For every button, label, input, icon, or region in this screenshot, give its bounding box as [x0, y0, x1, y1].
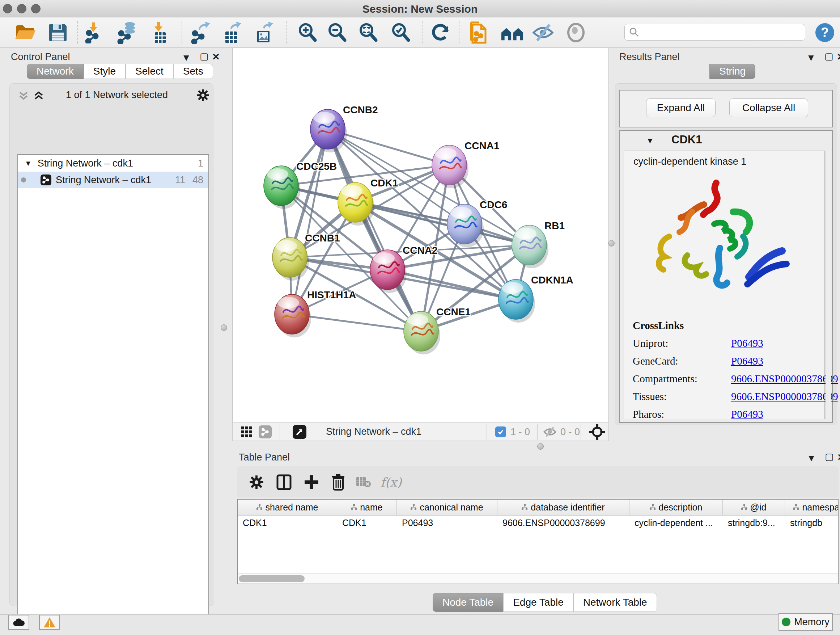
refresh-icon[interactable]	[429, 22, 452, 43]
create-column-plus-icon[interactable]	[302, 473, 322, 492]
column-header-description[interactable]: description	[630, 500, 723, 515]
zoom-in-icon[interactable]	[296, 22, 319, 43]
left-splitter-handle[interactable]	[221, 325, 227, 331]
search-box[interactable]	[624, 24, 805, 41]
panel-float-icon[interactable]: ▢	[824, 51, 834, 62]
export-table-icon[interactable]	[221, 22, 244, 43]
network-row-selected[interactable]: String Network – cdk1 11 48	[18, 172, 208, 188]
cloud-button[interactable]	[8, 615, 29, 630]
export-image-icon[interactable]	[253, 22, 276, 43]
tab-sets[interactable]: Sets	[173, 64, 213, 79]
bottom-splitter-handle[interactable]	[537, 443, 544, 450]
table-cell[interactable]: 9606.ENSP00000378699	[497, 516, 630, 531]
selected-nodes-checkbox-icon[interactable]	[495, 426, 506, 437]
tab-style[interactable]: Style	[84, 64, 126, 79]
panel-float-icon[interactable]: ▢	[825, 451, 834, 462]
birdseye-grid-icon[interactable]	[240, 426, 252, 439]
column-header-shared-name[interactable]: shared name	[238, 500, 337, 515]
crosslink-label: Tissues:	[633, 391, 731, 402]
share-view-icon[interactable]	[259, 425, 272, 439]
import-network-from-file-icon[interactable]	[83, 22, 106, 43]
panel-menu-caret-icon[interactable]: ▼	[807, 453, 816, 464]
network-edge[interactable]	[328, 129, 421, 331]
panel-menu-caret-icon[interactable]: ▼	[182, 52, 191, 63]
expand-all-button[interactable]: Expand All	[646, 98, 715, 117]
panel-close-icon[interactable]: ✕	[837, 51, 840, 63]
zoom-out-icon[interactable]	[325, 22, 349, 43]
open-session-folder-icon[interactable]	[14, 22, 37, 43]
table-cell[interactable]: CDK1	[238, 516, 337, 531]
show-all-eye-icon[interactable]	[564, 22, 587, 43]
tree-expander-icon[interactable]: ▼	[25, 159, 32, 168]
hierarchy-icon	[351, 504, 357, 510]
zoom-fit-content-icon[interactable]	[357, 22, 380, 43]
crosshair-target-icon[interactable]	[589, 424, 605, 441]
network-edge[interactable]	[292, 129, 328, 314]
node-label-CCNA1: CCNA1	[464, 140, 499, 151]
tab-string[interactable]: String	[709, 64, 755, 79]
panel-close-icon[interactable]: ✕	[212, 51, 220, 63]
section-expander-icon[interactable]: ▼	[646, 136, 654, 146]
table-cell[interactable]: cyclin-dependent ...	[630, 516, 723, 531]
export-network-icon[interactable]	[189, 22, 213, 43]
network-options-gear-icon[interactable]	[196, 89, 210, 103]
panel-float-icon[interactable]: ▢	[200, 51, 209, 62]
panel-close-icon[interactable]: ✕	[837, 452, 840, 463]
control-panel-tabs: Network Style Select Sets	[27, 64, 213, 79]
import-network-from-database-icon[interactable]	[116, 22, 139, 43]
panel-menu-caret-icon[interactable]: ▼	[806, 52, 816, 63]
zoom-selected-icon[interactable]	[389, 22, 412, 43]
tab-select[interactable]: Select	[126, 64, 173, 79]
search-input[interactable]	[639, 27, 795, 38]
help-icon[interactable]: ?	[813, 22, 836, 43]
column-header-canonical-name[interactable]: canonical name	[397, 500, 497, 515]
table-cell[interactable]: CDK1	[337, 516, 397, 531]
table-row[interactable]: CDK1CDK1P064939606.ENSP00000378699cyclin…	[238, 516, 838, 531]
search-icon	[629, 27, 639, 37]
table-toolbar: f(x)	[237, 466, 838, 497]
collapse-all-chevrons-icon[interactable]	[18, 90, 29, 103]
scrollbar-thumb[interactable]	[239, 575, 305, 582]
tab-network[interactable]: Network	[27, 64, 84, 79]
warnings-button[interactable]	[39, 615, 60, 630]
clone-network-document-icon[interactable]	[469, 22, 492, 43]
network-canvas[interactable]: CCNB2CCNA1CDC25BCDK1CDC6RB1CCNB1CCNA2CDK…	[233, 48, 608, 422]
column-header-namespace[interactable]: namespace	[785, 500, 838, 515]
network-collection-row[interactable]: ▼ String Network – cdk1 1	[18, 155, 208, 172]
hide-selected-eye-slash-icon[interactable]	[532, 22, 555, 43]
save-session-icon[interactable]	[46, 22, 69, 43]
network-tree: ▼ String Network – cdk1 1 String Network…	[17, 154, 209, 635]
tab-node-table[interactable]: Node Table	[433, 593, 503, 612]
collapse-all-button[interactable]: Collapse All	[729, 98, 808, 117]
crosslink-link[interactable]: P06493	[731, 355, 763, 367]
memory-button[interactable]: Memory	[778, 613, 833, 631]
table-cell[interactable]: P06493	[397, 516, 497, 531]
open-in-window-arrow-icon[interactable]	[293, 425, 306, 439]
hidden-node-edge-count: 0 - 0	[561, 426, 580, 438]
gene-detail-box: cyclin-dependent kinase 1 CrossLinks Uni…	[624, 150, 825, 419]
expand-all-chevrons-icon[interactable]	[33, 90, 44, 103]
table-cell[interactable]: stringdb:9...	[723, 516, 785, 531]
crosslink-link[interactable]: P06493	[731, 409, 763, 420]
tab-edge-table[interactable]: Edge Table	[503, 593, 573, 612]
column-header-name[interactable]: name	[337, 500, 397, 515]
network-edge[interactable]	[292, 314, 421, 331]
show-columns-icon[interactable]	[274, 473, 294, 492]
network-view[interactable]: CCNB2CCNA1CDC25BCDK1CDC6RB1CCNB1CCNA2CDK…	[232, 48, 609, 422]
table-horizontal-scrollbar[interactable]	[238, 573, 838, 584]
hidden-eye-slash-icon[interactable]	[543, 426, 557, 439]
houses-icon[interactable]	[501, 22, 524, 43]
crosslink-link[interactable]: 9606.ENSP00000378699	[731, 373, 838, 385]
delete-column-trash-icon[interactable]	[328, 473, 348, 492]
network-view-toolbar: String Network – cdk1 1 - 0 0 - 0	[232, 422, 609, 441]
import-table-from-file-icon[interactable]	[148, 22, 172, 43]
tab-network-table[interactable]: Network Table	[573, 593, 657, 612]
network-edge[interactable]	[387, 270, 516, 299]
crosslink-link[interactable]: P06493	[731, 337, 763, 349]
column-header-database-identifier[interactable]: database identifier	[497, 500, 630, 515]
column-header--id[interactable]: @id	[723, 500, 785, 515]
crosslink-link[interactable]: 9606.ENSP00000378699	[731, 391, 838, 402]
table-cell[interactable]: stringdb	[785, 516, 838, 531]
table-settings-gear-icon[interactable]	[246, 473, 267, 492]
results-scrollbar[interactable]	[826, 150, 831, 419]
